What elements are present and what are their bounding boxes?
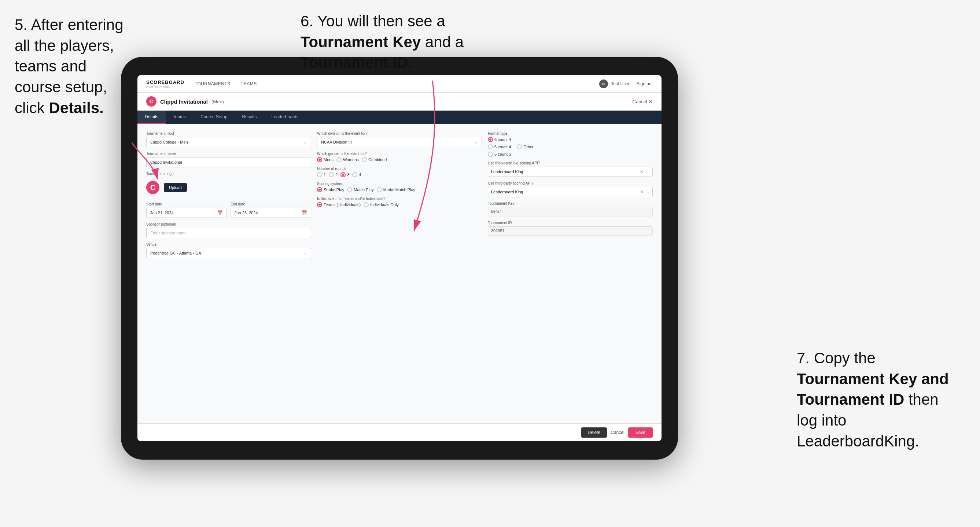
chevron-icon-1[interactable]: ⌄ <box>646 169 649 174</box>
bottom-bar: Delete Cancel Save <box>137 423 662 441</box>
format-other[interactable]: Other <box>517 144 534 149</box>
scoring-group: Scoring system Stroke Play Match Play <box>317 182 482 192</box>
third-party-2-input[interactable]: Leaderboard King ✕ ⌄ <box>488 187 653 197</box>
tournament-name-input[interactable]: Clippd Invitational <box>146 157 311 167</box>
scoring-radio-group: Stroke Play Match Play Medal Match Play <box>317 187 482 192</box>
tournament-host-input[interactable]: Clippd College - Men <box>146 137 311 147</box>
teams-plus-individuals[interactable]: Teams (+Individuals) <box>317 202 361 207</box>
nav-brand: SCOREBOARD Powered by clippd <box>146 79 185 88</box>
gender-radio-group: Mens Womens Combined <box>317 157 482 162</box>
tab-bar: Details Teams Course Setup Results Leade… <box>137 111 662 124</box>
radio-stroke-dot <box>317 187 322 192</box>
format-label: Format type <box>488 132 653 135</box>
radio-other-dot <box>517 144 522 149</box>
end-date-input[interactable]: Jan 23, 2024 📅 <box>231 208 311 218</box>
radio-round2-dot <box>329 172 334 177</box>
end-date-group: End date Jan 23, 2024 📅 <box>231 202 311 218</box>
tournament-icon: C <box>146 96 156 106</box>
tournament-host-label: Tournament Host <box>146 132 311 135</box>
radio-mens-dot <box>317 157 322 162</box>
division-group: Which division is the event for? NCAA Di… <box>317 132 482 147</box>
tablet-shell: SCOREBOARD Powered by clippd TOURNAMENTS… <box>121 57 678 460</box>
third-party-1-group: Use third-party live scoring API? Leader… <box>488 161 653 177</box>
nav-link-tournaments[interactable]: TOURNAMENTS <box>195 81 231 86</box>
scoring-stroke[interactable]: Stroke Play <box>317 187 344 192</box>
tab-course-setup[interactable]: Course Setup <box>193 111 235 124</box>
division-input[interactable]: NCAA Division III <box>317 137 482 147</box>
format-6count5[interactable]: 6 count 5 <box>488 152 653 157</box>
gender-group: Which gender is the event for? Mens Wome… <box>317 152 482 162</box>
division-label: Which division is the event for? <box>317 132 482 135</box>
gender-mens-label: Mens <box>324 157 334 162</box>
sponsor-input[interactable]: Enter sponsor name <box>146 228 311 238</box>
tournament-name-group: Tournament name Clippd Invitational <box>146 152 311 167</box>
venue-input[interactable]: Peachtree GC - Atlanta - GA <box>146 248 311 258</box>
venue-group: Venue Peachtree GC - Atlanta - GA <box>146 243 311 258</box>
gender-womens[interactable]: Womens <box>336 157 359 162</box>
chevron-icon-2[interactable]: ⌄ <box>646 189 649 194</box>
radio-round1-dot <box>317 172 322 177</box>
sponsor-group: Sponsor (optional) Enter sponsor name <box>146 222 311 238</box>
nav-link-teams[interactable]: TEAMS <box>241 81 257 86</box>
format-5count4[interactable]: 5 count 4 <box>488 137 653 142</box>
tournament-id-label: Tournament ID <box>488 221 653 225</box>
round-2-label: 2 <box>335 173 337 177</box>
rounds-group: Number of rounds 1 2 3 <box>317 167 482 177</box>
tab-details[interactable]: Details <box>137 111 165 124</box>
scoring-match-label: Match Play <box>354 187 374 192</box>
radio-teams-dot <box>317 202 322 207</box>
sign-out-link[interactable]: Sign out <box>636 81 653 86</box>
delete-button[interactable]: Delete <box>581 427 607 438</box>
format-other-label: Other <box>523 144 534 149</box>
tournament-id-group: Tournament ID 302051 <box>488 221 653 236</box>
radio-round3-dot <box>340 172 345 177</box>
cancel-bottom-button[interactable]: Cancel <box>611 430 624 435</box>
format-6count4[interactable]: 6 count 4 <box>488 144 511 149</box>
individuals-only[interactable]: Individuals Only <box>364 202 399 207</box>
third-party-1-input[interactable]: Leaderboard King ✕ ⌄ <box>488 167 653 177</box>
round-2[interactable]: 2 <box>329 172 337 177</box>
tab-results[interactable]: Results <box>235 111 264 124</box>
scoring-match[interactable]: Match Play <box>347 187 374 192</box>
tournament-logo-label: Tournament logo <box>146 172 311 176</box>
page-subtitle: (Men) <box>212 99 224 105</box>
tab-leaderboards[interactable]: Leaderboards <box>264 111 305 124</box>
format-6c4-label: 6 count 4 <box>495 144 511 149</box>
teams-group: Is this event for Teams and/or Individua… <box>317 197 482 207</box>
page-title: Clippd Invitational <box>160 98 208 105</box>
gender-combined-label: Combined <box>368 157 387 162</box>
brand-title: SCOREBOARD <box>146 79 185 85</box>
scoring-medal-label: Medal Match Play <box>383 187 415 192</box>
tournament-key-group: Tournament Key befb7 <box>488 202 653 216</box>
rounds-label: Number of rounds <box>317 167 482 171</box>
round-4[interactable]: 4 <box>352 172 361 177</box>
start-date-input[interactable]: Jan 21, 2024 📅 <box>146 208 227 218</box>
clear-icon-1[interactable]: ✕ <box>640 169 644 174</box>
nav-right: SI Test User | Sign out <box>599 79 653 88</box>
round-1[interactable]: 1 <box>317 172 326 177</box>
end-date-label: End date <box>231 202 311 206</box>
logo-row: C Upload <box>146 177 311 198</box>
tab-teams[interactable]: Teams <box>165 111 193 124</box>
sponsor-label: Sponsor (optional) <box>146 222 311 226</box>
cancel-button[interactable]: Cancel ✕ <box>633 99 653 105</box>
annotation-bottom-right: 7. Copy the Tournament Key and Tournamen… <box>797 348 951 452</box>
round-3[interactable]: 3 <box>340 172 349 177</box>
save-button[interactable]: Save <box>628 427 653 438</box>
upload-button[interactable]: Upload <box>164 183 187 192</box>
logo-preview: C <box>146 181 159 194</box>
format-6c5-label: 6 count 5 <box>495 152 511 156</box>
scoring-medal[interactable]: Medal Match Play <box>377 187 415 192</box>
teams-label: Is this event for Teams and/or Individua… <box>317 197 482 201</box>
third-party-2-actions: ✕ ⌄ <box>640 189 649 194</box>
gender-combined[interactable]: Combined <box>362 157 387 162</box>
gender-mens[interactable]: Mens <box>317 157 334 162</box>
clear-icon-2[interactable]: ✕ <box>640 189 644 194</box>
annotation-top-right: 6. You will then see a Tournament Key an… <box>301 11 513 73</box>
page-header: C Clippd Invitational (Men) Cancel ✕ <box>137 93 662 111</box>
gender-label: Which gender is the event for? <box>317 152 482 156</box>
calendar-icon: 📅 <box>217 210 223 215</box>
round-3-label: 3 <box>347 173 349 177</box>
radio-6c4-dot <box>488 144 493 149</box>
user-name: Test User <box>611 81 630 86</box>
